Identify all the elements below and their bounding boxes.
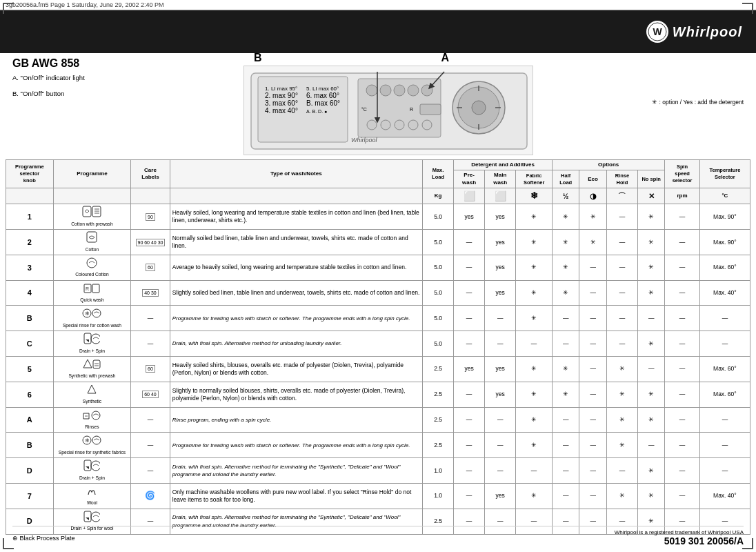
eco: ✳	[579, 230, 606, 255]
rinse-hold: ✳	[606, 407, 637, 433]
temperature: Max. 90°	[699, 204, 750, 230]
svg-rect-20	[420, 104, 441, 115]
svg-text:B. max 60°: B. max 60°	[306, 99, 340, 107]
pre-wash: —	[454, 255, 485, 280]
main-wash: —	[485, 331, 516, 357]
table-row: B ❄Special rinse for synthetic fabrics —…	[6, 433, 750, 458]
care-label: —	[131, 407, 170, 433]
prog-num: D	[6, 458, 54, 484]
wash-notes: Slightly soiled bed linen, table linen a…	[170, 280, 422, 306]
svg-rect-48	[93, 360, 100, 368]
svg-text:5. LI max 60°: 5. LI max 60°	[306, 86, 339, 92]
prog-num: B	[6, 306, 54, 331]
wash-notes: Heavily soiled, long wearing and tempera…	[170, 204, 422, 230]
spin-speed: —	[665, 331, 699, 357]
top-section: GB AWG 858 A. "On/Off" indicator light B…	[0, 53, 756, 157]
main-wash: —	[485, 458, 516, 484]
temperature: Max. 40°	[699, 280, 750, 306]
prog-num: 7	[6, 483, 54, 509]
model-subtitle-b: B. "On/Off" button	[12, 88, 178, 99]
svg-point-23	[395, 120, 404, 130]
th-rinse-hold: RinseHold	[606, 170, 637, 188]
th-empty3	[131, 188, 170, 204]
no-spin: ✳	[637, 204, 664, 230]
eco: —	[579, 382, 606, 407]
prog-icon: ❄Special rinse for cotton wash	[53, 306, 131, 331]
pre-wash: —	[454, 382, 485, 407]
model-title: GB AWG 858	[12, 57, 178, 70]
spin-speed: —	[665, 382, 699, 407]
eco: —	[579, 357, 606, 382]
pre-wash: —	[454, 230, 485, 255]
eco: —	[579, 306, 606, 331]
svg-text:Whirlpool: Whirlpool	[351, 137, 378, 144]
fabric-soft: ✳	[516, 382, 553, 407]
fabric-soft: —	[516, 458, 553, 484]
wash-notes: Slightly to normally soiled blouses, shi…	[170, 382, 422, 407]
care-label: 🌀	[131, 483, 170, 509]
th-icon-half: ½	[552, 188, 579, 204]
corner-mark-tl	[3, 3, 14, 14]
wash-notes: Heavily soiled shirts, blouses, overalls…	[170, 357, 422, 382]
b-label: B	[254, 52, 262, 64]
prog-num: 6	[6, 382, 54, 407]
no-spin: —	[637, 433, 664, 458]
header-row-units: Kg ⬜ ⬜ ❄ ½ ◑ ⌒ ✕ rpm °C	[6, 188, 750, 204]
svg-rect-53	[84, 460, 91, 471]
rinse-hold: —	[606, 331, 637, 357]
temperature: Max. 60°	[699, 357, 750, 382]
no-spin: ✳	[637, 280, 664, 306]
rinse-hold: —	[606, 458, 637, 484]
svg-point-39	[87, 258, 97, 268]
no-spin: —	[637, 357, 664, 382]
header-row-1: Programmeselectorknob Programme CareLabe…	[6, 160, 750, 170]
th-programme: Programme	[53, 160, 131, 188]
main-wash: yes	[485, 382, 516, 407]
temperature: —	[699, 458, 750, 484]
corner-mark-tr	[742, 3, 753, 14]
care-label: —	[131, 458, 170, 484]
eco: —	[579, 483, 606, 509]
spin-speed: —	[665, 255, 699, 280]
half-load: ✳	[552, 230, 579, 255]
eco: —	[579, 407, 606, 433]
fabric-soft: ✳	[516, 230, 553, 255]
th-kg: Kg	[423, 188, 454, 204]
max-load: 5.0	[423, 255, 454, 280]
no-spin: ✳	[637, 407, 664, 433]
prog-num: B	[6, 433, 54, 458]
prog-icon: Drain + Spin	[53, 331, 131, 357]
spin-speed: —	[665, 230, 699, 255]
no-spin: —	[637, 306, 664, 331]
rinse-hold: ✳	[606, 382, 637, 407]
table-row: 3 Coloured Cotton 60 Average to heavily …	[6, 255, 750, 280]
th-icon-rinse: ⌒	[606, 188, 637, 204]
max-load: 1.0	[423, 483, 454, 509]
svg-point-47	[91, 334, 100, 344]
footer-left: ⊕ Black Process Plate	[12, 535, 75, 542]
svg-text:❄: ❄	[85, 437, 90, 444]
svg-point-25	[422, 120, 432, 130]
half-load: ✳	[552, 357, 579, 382]
note-text: ✳ : option / Yes : add the detergent	[652, 99, 744, 106]
th-prog-selector: Programmeselectorknob	[6, 160, 54, 188]
prog-icon: Wool	[53, 483, 131, 509]
rinse-hold: —	[606, 306, 637, 331]
svg-text:R: R	[410, 107, 413, 112]
svg-point-52	[92, 436, 101, 444]
max-load: 5.0	[423, 204, 454, 230]
svg-text:°C: °C	[361, 107, 367, 112]
prog-icon: ❄Special rinse for synthetic fabrics	[53, 433, 131, 458]
wash-notes: Drain, with final spin. Alternative meth…	[170, 331, 422, 357]
th-care: CareLabels	[131, 160, 170, 188]
temperature: Max. 60°	[699, 255, 750, 280]
max-load: 5.0	[423, 331, 454, 357]
max-load: 2.5	[423, 407, 454, 433]
prog-icon: Synthetic with prewash	[53, 357, 131, 382]
no-spin: ✳	[637, 382, 664, 407]
half-load: —	[552, 458, 579, 484]
eco: —	[579, 458, 606, 484]
wash-notes: Drain, with final spin. Alternative meth…	[170, 458, 422, 484]
programme-table: Programmeselectorknob Programme CareLabe…	[6, 159, 750, 535]
care-label: —	[131, 331, 170, 357]
